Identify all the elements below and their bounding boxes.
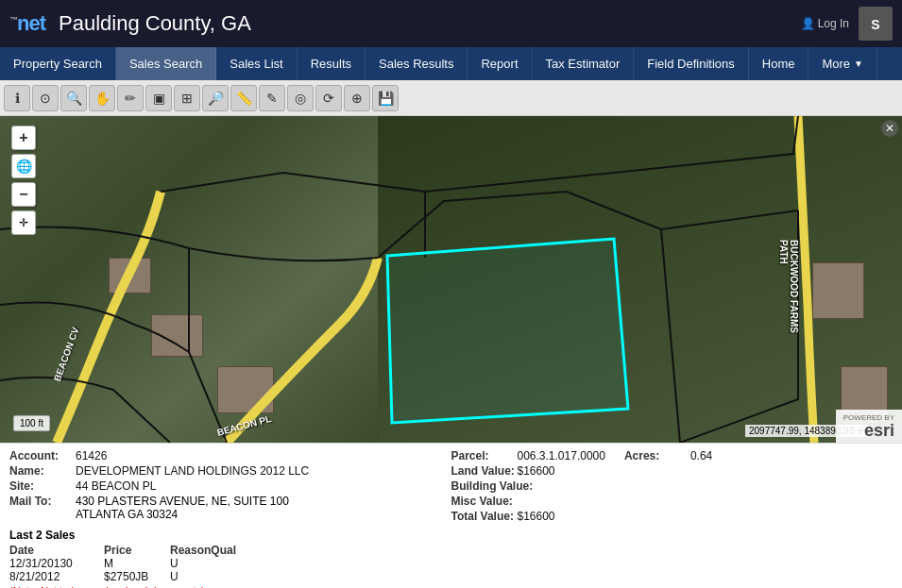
login-button[interactable]: 👤 Log In [801, 17, 849, 30]
sale1-date: 12/31/20130 [9, 557, 85, 570]
buckwood-farms-label: BUCKWOOD FARMS PATH [778, 240, 799, 353]
mail-to-row: Mail To: 430 PLASTERS AVENUE, NE, SUITE … [9, 495, 451, 521]
misc-value-label: Misc Value: [451, 495, 518, 508]
reason-column-header: ReasonQual [170, 544, 246, 557]
sales-row-1: 12/31/20130 M U [9, 557, 893, 570]
draw-tool-button[interactable]: ✏ [117, 85, 144, 111]
land-value: $16600 [518, 464, 555, 478]
mail-to-line1: 430 PLASTERS AVENUE, NE, SUITE 100 [76, 495, 289, 508]
sales-section: Last 2 Sales Date Price ReasonQual 12/31… [9, 529, 893, 583]
name-label: Name: [9, 464, 76, 478]
nav-report[interactable]: Report [468, 47, 532, 80]
zoom-in-button[interactable]: + [11, 126, 36, 150]
svg-marker-2 [387, 239, 628, 423]
logo-area: ™net Paulding County, GA [9, 11, 251, 36]
toolbar: ℹ ⊙ 🔍 ✋ ✏ ▣ ⊞ 🔎 📏 ✎ ◎ ⟳ ⊕ 💾 [0, 80, 902, 116]
road-overlay [0, 116, 902, 443]
refresh-button[interactable]: ⟳ [315, 85, 342, 111]
sales-row-2: 8/21/2012 $2750JB U [9, 570, 893, 583]
total-value-row: Total Value: $16600 [451, 510, 893, 523]
mail-to-label: Mail To: [9, 495, 76, 521]
name-row: Name: DEVELOPMENT LAND HOLDINGS 2012 LLC [9, 464, 451, 478]
county-name: Paulding County, GA [59, 11, 251, 36]
parcel-value: 006.3.1.017.0000 [518, 449, 605, 462]
save-button[interactable]: 💾 [372, 85, 399, 111]
pan-crosshair-button[interactable]: ✛ [11, 210, 36, 235]
nav-home[interactable]: Home [749, 47, 809, 80]
info-col-left: Account: 61426 Name: DEVELOPMENT LAND HO… [9, 449, 451, 525]
parcel-label: Parcel: [451, 449, 518, 462]
nav-results[interactable]: Results [298, 47, 366, 80]
nav-tax-estimator[interactable]: Tax Estimator [533, 47, 635, 80]
building-value-row: Building Value: [451, 479, 893, 493]
date-column-header: Date [9, 544, 85, 557]
misc-value-row: Misc Value: [451, 495, 893, 508]
land-value-row: Land Value: $16600 [451, 464, 893, 478]
map-close-button[interactable]: ✕ [881, 120, 898, 137]
mail-to-line2: ATLANTA GA 30324 [76, 508, 289, 521]
zoom-in-tool-button[interactable]: 🔍 [60, 85, 87, 111]
layers-button[interactable]: ⊞ [174, 85, 200, 111]
info-tool-button[interactable]: ℹ [4, 85, 30, 111]
nav-sales-search[interactable]: Sales Search [116, 47, 216, 80]
building-value-label: Building Value: [451, 479, 534, 493]
map-container[interactable]: BEACON CV BEACON PL BUCKWOOD FARMS PATH … [0, 116, 902, 443]
globe-button[interactable]: 🌐 [11, 154, 36, 178]
measure-button[interactable]: 📏 [230, 85, 257, 111]
price-column-header: Price [104, 544, 151, 557]
acres-label: Acres: [624, 449, 690, 462]
navbar: Property Search Sales Search Sales List … [0, 47, 902, 80]
bookmark-button[interactable]: ⊕ [344, 85, 370, 111]
nav-sales-list[interactable]: Sales List [216, 47, 297, 80]
select-box-button[interactable]: ▣ [145, 85, 172, 111]
zoom-controls: + 🌐 − ✛ [11, 126, 36, 235]
header-right: 👤 Log In S [801, 7, 893, 41]
info-columns: Account: 61426 Name: DEVELOPMENT LAND HO… [9, 449, 893, 525]
nav-more[interactable]: More ▼ [808, 47, 877, 80]
name-value: DEVELOPMENT LAND HOLDINGS 2012 LLC [76, 464, 309, 478]
parcel-row: Parcel: 006.3.1.017.0000 Acres: 0.64 [451, 449, 893, 462]
sale1-reason: U [170, 557, 246, 570]
land-value-label: Land Value: [451, 464, 518, 478]
total-value-label: Total Value: [451, 510, 518, 523]
info-col-right: Parcel: 006.3.1.017.0000 Acres: 0.64 Lan… [451, 449, 893, 525]
login-label: Log In [818, 17, 849, 30]
buffer-button[interactable]: ◎ [287, 85, 314, 111]
scale-bar: 100 ft [13, 415, 50, 431]
nav-sales-results[interactable]: Sales Results [366, 47, 468, 80]
identify-tool-button[interactable]: ⊙ [32, 85, 59, 111]
mail-to-value: 430 PLASTERS AVENUE, NE, SUITE 100 ATLAN… [76, 495, 289, 521]
sale2-date: 8/21/2012 [9, 570, 85, 583]
esri-logo: POWERED BY esri [836, 410, 902, 443]
account-value: 61426 [76, 449, 107, 462]
logo-net: ™net [9, 11, 45, 36]
esri-logo-text: esri [864, 422, 894, 439]
account-row: Account: 61426 [9, 449, 451, 462]
account-label: Account: [9, 449, 76, 462]
zoom-out-button[interactable]: − [11, 182, 36, 207]
logo-tm-symbol: ™ [9, 15, 17, 25]
sale2-reason: U [170, 570, 246, 583]
site-value: 44 BEACON PL [76, 479, 156, 493]
svg-text:S: S [871, 17, 879, 32]
map-background: BEACON CV BEACON PL BUCKWOOD FARMS PATH [0, 116, 902, 443]
sale1-price: M [104, 557, 151, 570]
info-panel: Account: 61426 Name: DEVELOPMENT LAND HO… [0, 443, 902, 588]
user-icon: 👤 [801, 17, 815, 30]
edit-button[interactable]: ✎ [259, 85, 285, 111]
nav-property-search[interactable]: Property Search [0, 47, 116, 80]
schneider-logo: S [859, 7, 893, 41]
chevron-down-icon: ▼ [854, 59, 863, 69]
total-value: $16600 [518, 510, 555, 523]
search-tool-button[interactable]: 🔎 [202, 85, 229, 111]
site-label: Site: [9, 479, 76, 493]
sales-table-header: Date Price ReasonQual [9, 544, 893, 557]
acres-value: 0.64 [690, 449, 712, 462]
nav-field-definitions[interactable]: Field Definitions [634, 47, 749, 80]
pan-tool-button[interactable]: ✋ [89, 85, 115, 111]
last-2-sales-header: Last 2 Sales [9, 529, 893, 542]
header: ™net Paulding County, GA 👤 Log In S [0, 0, 902, 47]
sale2-price: $2750JB [104, 570, 151, 583]
site-row: Site: 44 BEACON PL [9, 479, 451, 493]
